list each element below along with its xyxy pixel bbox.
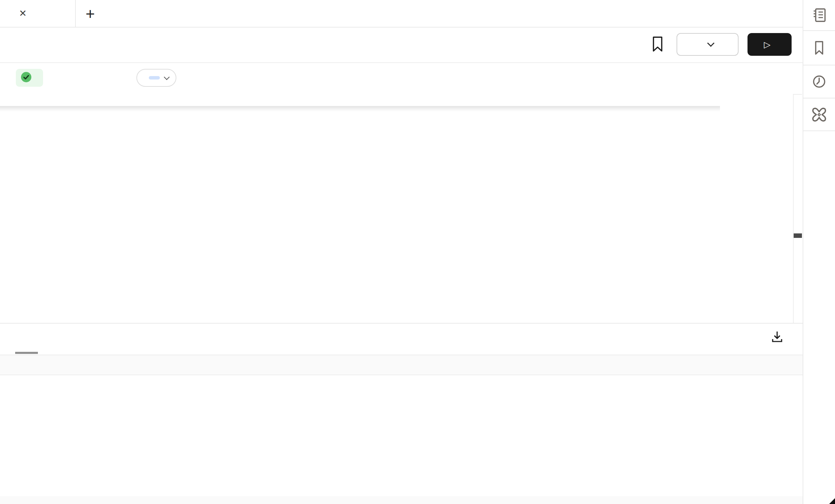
sticky-code-line[interactable] — [0, 93, 720, 106]
dbt-panel-button[interactable] — [803, 98, 835, 131]
table-scroll-strip[interactable] — [0, 496, 803, 504]
chevron-down-icon — [164, 74, 170, 80]
editor-minimap[interactable] — [720, 93, 793, 157]
active-tab-indicator — [15, 352, 38, 354]
notebook-icon — [811, 7, 827, 23]
results-table-header — [0, 355, 803, 375]
notebook-panel-button[interactable] — [803, 0, 835, 31]
run-button[interactable]: ▷ — [748, 33, 792, 56]
plus-icon: + — [86, 4, 95, 23]
query-status-badge — [16, 69, 43, 87]
dbt-logo-icon — [811, 106, 828, 123]
environment-value-pill — [149, 76, 160, 80]
bookmark-icon — [650, 35, 665, 54]
close-icon[interactable]: ✕ — [19, 9, 27, 18]
environment-select[interactable] — [136, 69, 176, 87]
new-tab-button[interactable]: + — [81, 4, 100, 23]
develop-button[interactable] — [677, 33, 739, 56]
bookmark-icon — [811, 40, 827, 56]
play-icon: ▷ — [764, 40, 770, 50]
tab-bar — [0, 0, 803, 28]
history-clock-icon — [811, 73, 827, 90]
check-circle-icon — [21, 72, 32, 84]
results-panel-divider — [0, 323, 803, 324]
chevron-down-icon — [707, 39, 714, 46]
code-editor[interactable] — [0, 108, 793, 323]
editor-tab[interactable]: ✕ — [0, 0, 76, 27]
editor-scrollbar-thumb[interactable] — [794, 233, 802, 238]
editor-scrollbar-track[interactable] — [793, 94, 802, 323]
download-icon — [770, 329, 785, 346]
right-sidebar — [803, 0, 835, 504]
history-panel-button[interactable] — [803, 65, 835, 98]
bookmark-button[interactable] — [649, 35, 666, 54]
download-button[interactable] — [769, 329, 785, 346]
bookmarks-panel-button[interactable] — [803, 31, 835, 65]
results-table-body — [0, 375, 803, 496]
